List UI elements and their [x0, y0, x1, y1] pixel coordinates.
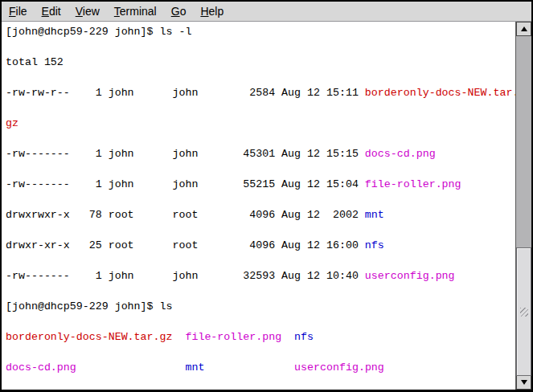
- menubar: File Edit View Terminal Go Help: [2, 2, 531, 22]
- terminal-line: total 152: [6, 55, 515, 70]
- file-attrs: -rw-rw-r-- 1 john john 2584 Aug 12 15:11: [6, 87, 365, 99]
- menu-help[interactable]: Help: [193, 3, 231, 19]
- filename-image: userconfig.png: [365, 270, 455, 282]
- filename-image: file-roller.png: [185, 331, 281, 343]
- scroll-down-icon: [521, 380, 527, 385]
- file-row: -rw------- 1 john john 32593 Aug 12 10:4…: [6, 268, 515, 284]
- total-line: total 152: [6, 56, 64, 68]
- filename-image: docs-cd.png: [6, 361, 76, 374]
- menu-edit[interactable]: Edit: [35, 3, 68, 19]
- dirname: mnt: [365, 209, 384, 221]
- scrollbar-grip-icon: [520, 308, 528, 316]
- menu-go[interactable]: Go: [164, 3, 194, 19]
- spacer: [172, 331, 185, 343]
- filename-image: docs-cd.png: [365, 148, 436, 160]
- scrollbar[interactable]: [515, 22, 531, 390]
- file-row: -rw-rw-r-- 1 john john 2584 Aug 12 15:11…: [6, 85, 515, 100]
- scroll-up-icon: [521, 27, 527, 31]
- terminal-content: [john@dhcp59-229 john]$ ls -l total 152 …: [2, 22, 531, 390]
- filename-archive-wrapped: gz: [6, 117, 18, 129]
- filename-image: userconfig.png: [294, 361, 384, 374]
- file-row: drwxrwxr-x 78 root root 4096 Aug 12 2002…: [6, 207, 515, 223]
- file-row: -rw------- 1 john john 55215 Aug 12 15:0…: [6, 177, 515, 192]
- scrollbar-thumb[interactable]: [516, 247, 531, 376]
- dirname: nfs: [365, 239, 384, 251]
- filename-archive: borderonly-docs-NEW.tar.gz: [6, 331, 172, 343]
- filename-image: file-roller.png: [365, 178, 461, 190]
- file-row-wrap: gz: [6, 116, 515, 131]
- prompt-line: [john@dhcp59-229 john]$ ls -l: [6, 24, 515, 39]
- filename-archive: borderonly-docs-NEW.tar.: [365, 87, 515, 99]
- command-ls: [john@dhcp59-229 john]$ ls: [6, 300, 172, 312]
- spacer: [281, 331, 294, 343]
- ls-output-row: borderonly-docs-NEW.tar.gz file-roller.p…: [6, 329, 515, 345]
- dirname: mnt: [185, 361, 204, 374]
- menu-file[interactable]: File: [2, 3, 35, 19]
- file-row: -rw------- 1 john john 45301 Aug 12 15:1…: [6, 146, 515, 161]
- command-ls-l: [john@dhcp59-229 john]$ ls -l: [6, 26, 191, 38]
- file-attrs: -rw------- 1 john john 55215 Aug 12 15:0…: [6, 178, 365, 190]
- scrollbar-trough[interactable]: [516, 36, 531, 375]
- dirname: nfs: [294, 331, 314, 343]
- prompt-line: [john@dhcp59-229 john]$ ls: [6, 299, 515, 314]
- spacer: [76, 361, 186, 374]
- scroll-up-button[interactable]: [516, 22, 531, 36]
- file-row: drwxr-xr-x 25 root root 4096 Aug 12 16:0…: [6, 238, 515, 253]
- file-attrs: -rw------- 1 john john 45301 Aug 12 15:1…: [6, 148, 365, 160]
- menu-terminal[interactable]: Terminal: [107, 3, 164, 19]
- menu-view[interactable]: View: [68, 3, 107, 19]
- file-attrs: -rw------- 1 john john 32593 Aug 12 10:4…: [6, 270, 365, 282]
- scroll-down-button[interactable]: [516, 375, 531, 390]
- spacer: [204, 361, 294, 374]
- terminal-window: File Edit View Terminal Go Help [john@dh…: [0, 0, 533, 392]
- ls-output-row: docs-cd.png mnt userconfig.png: [6, 360, 515, 375]
- file-attrs: drwxrwxr-x 78 root root 4096 Aug 12 2002: [6, 209, 365, 221]
- terminal-screen[interactable]: [john@dhcp59-229 john]$ ls -l total 152 …: [2, 22, 515, 390]
- file-attrs: drwxr-xr-x 25 root root 4096 Aug 12 16:0…: [6, 239, 365, 251]
